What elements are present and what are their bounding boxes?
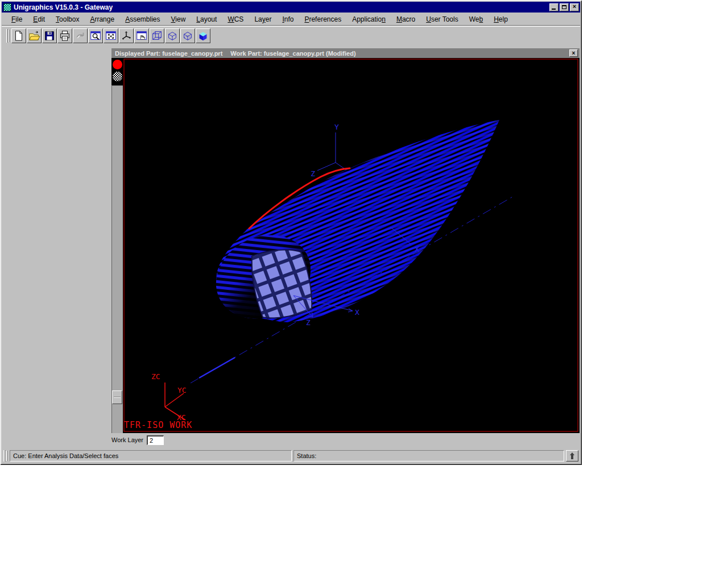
fit-window-icon	[105, 30, 117, 42]
status-panel: Status:	[293, 450, 564, 462]
save-button[interactable]	[42, 28, 57, 43]
maximize-icon	[562, 5, 566, 9]
menu-arrange[interactable]: Arrange	[86, 14, 118, 24]
cue-panel: Cue: Enter Analysis Data/Select faces	[10, 450, 292, 462]
shaded-button[interactable]	[196, 28, 210, 43]
cue-text: Cue: Enter Analysis Data/Select faces	[13, 452, 118, 459]
graphics-scrollbar[interactable]	[111, 85, 123, 433]
displayed-part-label: Displayed Part: fuselage_canopy.prt	[115, 50, 222, 57]
zoom-window-icon	[89, 30, 102, 42]
status-bar: Cue: Enter Analysis Data/Select faces St…	[2, 449, 580, 463]
open-button[interactable]	[27, 28, 42, 43]
wcs-label-yc: YC	[177, 386, 187, 394]
menu-layout[interactable]: Layout	[192, 14, 221, 24]
save-floppy-icon	[43, 30, 56, 42]
menu-wcs[interactable]: WCS	[224, 14, 247, 24]
menu-toolbox[interactable]: Toolbox	[52, 14, 83, 24]
close-icon: ×	[573, 3, 576, 10]
undo-arrow-icon	[74, 30, 86, 42]
shaded-cube-icon	[197, 30, 209, 42]
minimize-button[interactable]	[549, 3, 559, 11]
menu-bar: FileEditToolboxArrangeAssembliesViewLayo…	[2, 14, 580, 26]
work-layer-label: Work Layer	[111, 436, 143, 443]
status-bar-grip[interactable]	[3, 450, 6, 462]
coordinate-axes-icon	[120, 30, 133, 42]
toolbar-grip[interactable]	[6, 29, 8, 43]
menu-help[interactable]: Help	[490, 14, 512, 24]
printer-icon	[59, 30, 71, 42]
close-button[interactable]: ×	[570, 3, 579, 11]
status-scroll-button[interactable]	[566, 450, 578, 462]
graphics-window: Displayed Part: fuselage_canopy.prt Work…	[111, 48, 580, 433]
menu-info[interactable]: Info	[278, 14, 297, 24]
wireframe-front-button[interactable]	[150, 28, 164, 43]
status-text: Status:	[297, 452, 316, 459]
interrupt-stop-button[interactable]	[113, 60, 122, 69]
menu-macro[interactable]: Macro	[392, 14, 419, 24]
interrupt-lights	[111, 58, 123, 85]
axis-label-y: Y	[334, 123, 339, 131]
zoom-view-button[interactable]	[88, 28, 103, 43]
scroll-up-icon	[569, 452, 576, 460]
wireframe-cube-icon	[151, 30, 163, 42]
graphics-scrollbar-thumb[interactable]	[112, 390, 122, 404]
menu-user-tools[interactable]: User Tools	[422, 14, 462, 24]
wcs-label-zc: ZC	[151, 372, 160, 381]
menu-layer[interactable]: Layer	[250, 14, 275, 24]
select-button[interactable]	[134, 28, 149, 43]
graphics-close-icon: ×	[572, 51, 576, 56]
axis-label-x: X	[415, 245, 419, 253]
undo-button	[73, 28, 88, 43]
near-axis-label-z: Z	[306, 318, 311, 327]
work-layer-input[interactable]	[147, 435, 164, 445]
menu-edit[interactable]: Edit	[29, 14, 49, 24]
wireframe-hidden-button[interactable]	[180, 28, 195, 43]
unigraphics-logo-icon	[3, 3, 11, 11]
print-button[interactable]	[57, 28, 72, 43]
view-orientation-label: TFR-ISO WORK	[124, 420, 192, 430]
csys-button[interactable]	[119, 28, 134, 43]
menu-preferences[interactable]: Preferences	[300, 14, 345, 24]
menu-web[interactable]: Web	[465, 14, 487, 24]
new-document-icon	[13, 30, 25, 42]
work-layer-row: Work Layer	[111, 434, 164, 446]
window-title: Unigraphics V15.0.3 - Gateway	[14, 3, 113, 11]
hand-window-icon	[135, 30, 148, 42]
interrupt-idle-icon	[113, 72, 122, 81]
new-button[interactable]	[11, 28, 26, 43]
toolbar	[2, 26, 580, 45]
fit-view-button[interactable]	[104, 28, 118, 43]
graphics-left-strip	[111, 58, 123, 433]
viewport-3d-scene[interactable]: X Y Z Z X	[123, 58, 580, 433]
fuselage-model[interactable]	[202, 120, 499, 334]
menu-file[interactable]: File	[7, 14, 26, 24]
title-bar[interactable]: Unigraphics V15.0.3 - Gateway ×	[2, 2, 580, 13]
open-folder-icon	[28, 30, 40, 42]
menu-assemblies[interactable]: Assemblies	[121, 14, 164, 24]
work-part-label: Work Part: fuselage_canopy.prt (Modified…	[230, 50, 355, 57]
axis-label-z: Z	[311, 169, 315, 178]
near-axis-label-x: X	[355, 308, 359, 317]
wireframe-iso-button[interactable]	[165, 28, 180, 43]
graphics-close-button[interactable]: ×	[569, 49, 578, 57]
wireframe-cube-dashed-icon	[181, 30, 194, 42]
app-window: Unigraphics V15.0.3 - Gateway × FileEdit…	[0, 0, 582, 465]
maximize-button[interactable]	[560, 3, 569, 11]
wireframe-cube-icon	[166, 30, 179, 42]
minimize-icon	[552, 9, 556, 10]
graphics-window-titlebar[interactable]: Displayed Part: fuselage_canopy.prt Work…	[111, 48, 580, 58]
menu-application[interactable]: Application	[348, 14, 390, 24]
menu-view[interactable]: View	[167, 14, 190, 24]
